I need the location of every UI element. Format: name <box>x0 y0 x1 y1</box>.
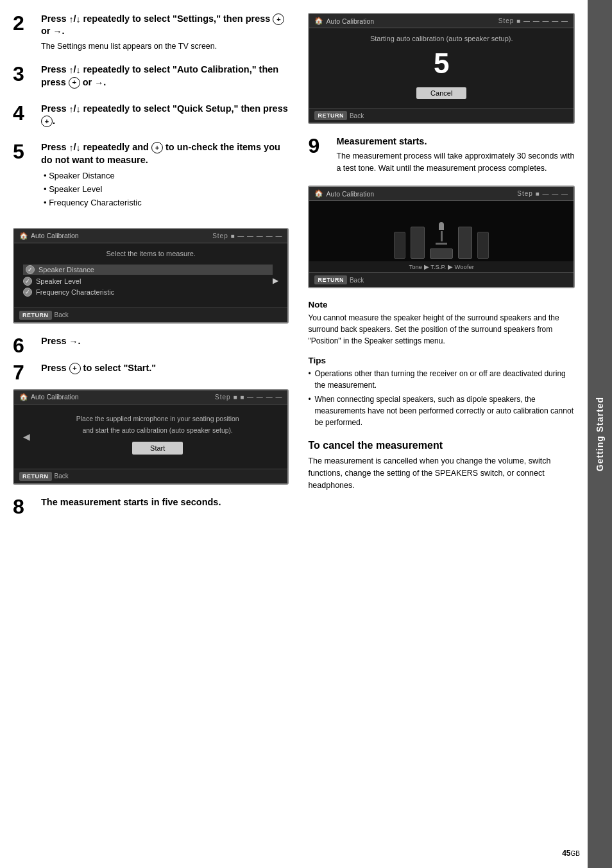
step-9-content: Measurement starts. The measurement proc… <box>336 135 575 174</box>
step-4-title: Press ↑/↓ repeatedly to select "Quick Se… <box>41 103 289 127</box>
screen-item-frequency: ✓ Frequency Characteristic <box>23 288 273 297</box>
step-9: 9 Measurement starts. The measurement pr… <box>308 135 575 174</box>
step-2-content: Press ↑/↓ repeatedly to select "Settings… <box>41 13 289 52</box>
step5-items-list: ✓ Speaker Distance ✓ Speaker Level ✓ Fre… <box>23 263 273 299</box>
countdown-screen-footer: RETURN Back <box>309 108 574 123</box>
page-num-suffix: GB <box>571 850 580 857</box>
step7-screen-title: Auto Calibration <box>31 393 79 401</box>
step7-screen-footer: RETURN Back <box>14 469 287 483</box>
step5-return-btn: RETURN <box>19 311 52 320</box>
measurement-house-icon: 🏠 <box>314 189 323 198</box>
page-num-value: 45 <box>562 849 570 858</box>
mic-stand <box>441 231 443 241</box>
measurement-screen-footer: RETURN Back <box>309 272 574 287</box>
page-number: 45GB <box>562 849 580 858</box>
step-6: 6 Press →. <box>13 335 289 356</box>
center-speaker <box>430 248 453 259</box>
step5-items-container: ✓ Speaker Distance ✓ Speaker Level ✓ Fre… <box>23 263 278 299</box>
step7-start-btn-container: Start <box>37 438 278 458</box>
countdown-screen: 🏠 Auto Calibration Step ■ — — — — — Star… <box>308 13 575 124</box>
check-icon-frequency: ✓ <box>23 288 32 297</box>
step-5-title: Press ↑/↓ repeatedly and + to un-check t… <box>41 141 289 166</box>
measurement-screen-title: Auto Calibration <box>326 190 374 198</box>
step-6-content: Press →. <box>41 335 289 350</box>
main-content: 2 Press ↑/↓ repeatedly to select "Settin… <box>0 0 588 868</box>
step-2-desc: The Settings menu list appears on the TV… <box>41 40 289 53</box>
step7-screen-header: 🏠 Auto Calibration Step ■ ■ — — — — <box>14 390 287 404</box>
tips-list: Operations other than turning the receiv… <box>308 368 575 428</box>
speaker-center-group <box>430 222 453 259</box>
countdown-header-title: 🏠 Auto Calibration <box>314 17 374 25</box>
note-title: Note <box>308 300 575 309</box>
step-8-number: 8 <box>13 496 37 517</box>
step-3: 3 Press ↑/↓ repeatedly to select "Auto C… <box>13 64 289 91</box>
step7-screen: 🏠 Auto Calibration Step ■ ■ — — — — ◀ Pl… <box>13 389 289 485</box>
bullet-frequency: Frequency Characteristic <box>44 196 289 210</box>
measurement-back-text: Back <box>350 277 364 284</box>
step-7-number: 7 <box>13 362 37 383</box>
step-3-content: Press ↑/↓ repeatedly to select "Auto Cal… <box>41 64 289 91</box>
step-5-content: Press ↑/↓ repeatedly and + to un-check t… <box>41 141 289 216</box>
step5-screen-body: Select the items to measure. ✓ Speaker D… <box>14 243 287 308</box>
mic-head <box>439 222 444 230</box>
countdown-screen-body: Starting auto calibration (auto speaker … <box>309 28 574 108</box>
step-5-bullets: Speaker Distance Speaker Level Frequency… <box>44 169 289 209</box>
speaker-right-back <box>477 232 489 259</box>
step5-step-indicator: Step ■ — — — — — <box>212 232 282 239</box>
step7-screen-body: ◀ Place the supplied microphone in your … <box>14 404 287 469</box>
tip-item-1: Operations other than turning the receiv… <box>308 368 575 391</box>
note-text: You cannot measure the speaker height of… <box>308 312 575 347</box>
tips-section: Tips Operations other than turning the r… <box>308 356 575 428</box>
step-3-title: Press ↑/↓ repeatedly to select "Auto Cal… <box>41 64 289 89</box>
step-9-number: 9 <box>308 135 332 156</box>
step-8-title: The measurement starts in five seconds. <box>41 496 289 508</box>
page-container: Getting Started 2 Press ↑/↓ repeatedly t… <box>0 0 612 868</box>
screen-item-distance-label: Speaker Distance <box>38 266 94 273</box>
side-tab-label: Getting Started <box>595 397 605 471</box>
step5-header-title: 🏠 Auto Calibration <box>19 232 79 240</box>
measurement-header-title: 🏠 Auto Calibration <box>314 189 374 198</box>
step-5: 5 Press ↑/↓ repeatedly and + to un-check… <box>13 141 289 216</box>
tip-item-2: When connecting special speakers, such a… <box>308 394 575 428</box>
mic-base <box>436 243 447 245</box>
measurement-return-btn: RETURN <box>314 275 347 284</box>
step-7-title: Press + to select "Start." <box>41 362 289 374</box>
bullet-speaker-level: Speaker Level <box>44 183 289 196</box>
step-3-number: 3 <box>13 64 37 84</box>
step5-screen: 🏠 Auto Calibration Step ■ — — — — — Sele… <box>13 228 289 324</box>
tips-title: Tips <box>308 356 575 365</box>
countdown-screen-title: Auto Calibration <box>326 17 374 25</box>
step7-return-btn: RETURN <box>19 472 52 481</box>
left-column: 2 Press ↑/↓ repeatedly to select "Settin… <box>13 13 302 855</box>
step-7-content: Press + to select "Start." <box>41 362 289 377</box>
step5-back-text: Back <box>55 311 69 318</box>
screen-item-level: ✓ Speaker Level <box>23 277 273 286</box>
step-7: 7 Press + to select "Start." <box>13 362 289 383</box>
countdown-number: 5 <box>318 48 565 80</box>
countdown-number-container: 5 Cancel <box>318 48 565 101</box>
step5-screen-subtitle: Select the items to measure. <box>23 250 278 257</box>
step7-header-title: 🏠 Auto Calibration <box>19 393 79 401</box>
right-column: 🏠 Auto Calibration Step ■ — — — — — Star… <box>302 13 575 855</box>
step-2: 2 Press ↑/↓ repeatedly to select "Settin… <box>13 13 289 52</box>
house-icon: 🏠 <box>19 232 28 240</box>
step-4-number: 4 <box>13 103 37 123</box>
step-2-number: 2 <box>13 13 37 33</box>
bullet-speaker-distance: Speaker Distance <box>44 169 289 183</box>
speaker-right <box>458 227 472 259</box>
measurement-screen-header: 🏠 Auto Calibration Step ■ — — — <box>309 187 574 201</box>
step7-desc-line2: and start the auto calibration (auto spe… <box>37 426 278 434</box>
step-4: 4 Press ↑/↓ repeatedly to select "Quick … <box>13 103 289 130</box>
speaker-left <box>411 227 425 259</box>
step-8-content: The measurement starts in five seconds. <box>41 496 289 511</box>
side-tab: Getting Started <box>588 0 612 868</box>
cancel-text: The measurement is cancelled when you ch… <box>308 455 575 491</box>
speaker-left-back <box>394 232 405 259</box>
note-section: Note You cannot measure the speaker heig… <box>308 300 575 347</box>
step7-left-arrow: ◀ <box>23 431 30 442</box>
countdown-screen-header: 🏠 Auto Calibration Step ■ — — — — — <box>309 14 574 28</box>
countdown-return-btn: RETURN <box>314 111 347 120</box>
step7-desc-line1: Place the supplied microphone in your se… <box>37 415 278 422</box>
cancel-section: To cancel the measurement The measuremen… <box>308 440 575 491</box>
countdown-subtitle: Starting auto calibration (auto speaker … <box>318 35 565 42</box>
